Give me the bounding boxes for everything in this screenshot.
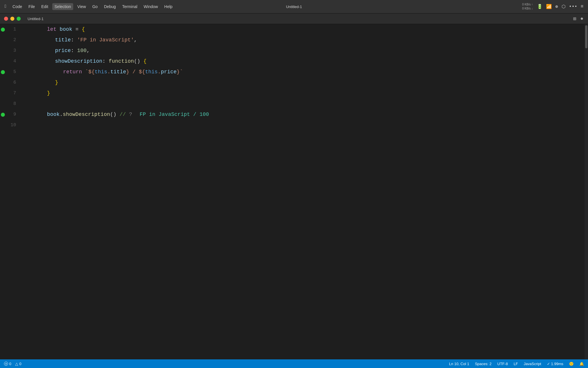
line-number-8: 8: [6, 99, 22, 109]
network-speed: 0 KB/s ↑0 KB/s ↓: [522, 3, 533, 11]
menu-help[interactable]: Help: [162, 3, 175, 10]
bell-icon[interactable]: 🔔: [579, 362, 584, 366]
active-tab[interactable]: Untitled-1: [25, 16, 47, 22]
error-icon: ✕: [4, 362, 8, 366]
breakpoint-1[interactable]: [0, 28, 6, 32]
menu-debug[interactable]: Debug: [102, 3, 118, 10]
scrollbar-thumb[interactable]: [585, 25, 587, 48]
apple-menu[interactable]: : [5, 4, 7, 9]
menu-terminal[interactable]: Terminal: [120, 3, 140, 10]
editor: 1 let book = { 2 title: 'FP in JavaScrip…: [0, 24, 588, 359]
dot-icon: ●: [580, 16, 583, 22]
eol[interactable]: LF: [514, 362, 518, 366]
breakpoint-5[interactable]: [0, 70, 6, 74]
status-bar: ✕ 0 △ 0 Ln 10, Col 1 Spaces: 2 UTF-8 LF …: [0, 359, 588, 368]
menu-edit[interactable]: Edit: [39, 3, 51, 10]
menu-go[interactable]: Go: [90, 3, 100, 10]
traffic-lights: [0, 17, 25, 21]
line-number-3: 3: [6, 45, 22, 56]
quokka-status[interactable]: ✓ 1.99ms: [547, 362, 563, 366]
smiley-icon[interactable]: 🙂: [569, 362, 574, 366]
split-editor-icon[interactable]: ⊞: [573, 16, 576, 22]
status-left: ✕ 0 △ 0: [4, 362, 21, 366]
menu-left:  Code File Edit Selection View Go Debug…: [5, 3, 175, 10]
menu-code[interactable]: Code: [10, 3, 24, 10]
close-button[interactable]: [4, 17, 8, 21]
minimize-button[interactable]: [10, 17, 14, 21]
maximize-button[interactable]: [17, 17, 21, 21]
list-icon: ≡: [581, 4, 583, 9]
menu-bar:  Code File Edit Selection View Go Debug…: [0, 0, 588, 14]
line-number-1: 1: [6, 24, 22, 35]
line-number-4: 4: [6, 56, 22, 67]
scrollbar[interactable]: [585, 24, 588, 359]
line-number-10: 10: [6, 120, 22, 131]
warning-icon: △: [15, 362, 18, 366]
menu-file[interactable]: File: [26, 3, 37, 10]
status-right: Ln 10, Col 1 Spaces: 2 UTF-8 LF JavaScri…: [449, 362, 584, 366]
cursor-position[interactable]: Ln 10, Col 1: [449, 362, 469, 366]
breakpoint-9[interactable]: [0, 113, 6, 117]
system-icons: 🔋 📶 ⊕ ⬡ ••• ≡: [537, 4, 583, 9]
window-title: Untitled-1: [286, 5, 302, 9]
line-number-2: 2: [6, 35, 22, 45]
menu-view[interactable]: View: [75, 3, 88, 10]
battery-icon: 🔋: [537, 4, 543, 9]
cast-icon: ⬡: [562, 4, 566, 9]
indentation[interactable]: Spaces: 2: [475, 362, 492, 366]
warning-count[interactable]: △ 0: [15, 362, 21, 366]
menu-selection[interactable]: Selection: [52, 3, 74, 10]
editor-actions: ⊞ ●: [573, 16, 588, 22]
more-icon: •••: [569, 4, 577, 9]
titlebar-right: 0 KB/s ↑0 KB/s ↓ 🔋 📶 ⊕ ⬡ ••• ≡: [522, 3, 583, 11]
line-number-9: 9: [6, 109, 22, 120]
line-number-7: 7: [6, 88, 22, 99]
code-line-9: 9 book.showDescription() // ? FP in Java…: [0, 109, 585, 120]
code-line-10: 10: [0, 120, 585, 131]
vpn-icon: ⊕: [555, 4, 558, 9]
code-line-7: 7 }: [0, 88, 585, 99]
tab-bar: Untitled-1 ⊞ ●: [0, 14, 588, 24]
encoding[interactable]: UTF-8: [497, 362, 508, 366]
language-mode[interactable]: JavaScript: [524, 362, 541, 366]
code-editor[interactable]: 1 let book = { 2 title: 'FP in JavaScrip…: [0, 24, 585, 359]
line-number-6: 6: [6, 77, 22, 88]
error-count[interactable]: ✕ 0: [4, 362, 11, 366]
line-number-5: 5: [6, 67, 22, 77]
wifi-icon: 📶: [546, 4, 552, 9]
menu-window[interactable]: Window: [141, 3, 160, 10]
menu-items: Code File Edit Selection View Go Debug T…: [10, 3, 175, 10]
